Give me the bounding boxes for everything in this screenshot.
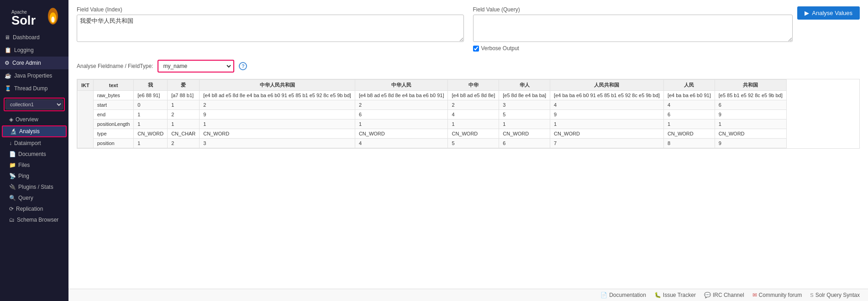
- sidebar-sub-dataimport[interactable]: ↓ Dataimport: [0, 138, 68, 149]
- label-end: end: [93, 110, 134, 119]
- help-icon[interactable]: ?: [239, 62, 247, 70]
- plugins-icon: 🔌: [9, 184, 16, 190]
- field-value-index-textarea[interactable]: 我爱中华人民共和国: [77, 15, 464, 42]
- cell-hr-raw: [e5 8d 8e e4 ba ba]: [499, 91, 550, 100]
- table-row: raw_bytes [e6 88 91] [a7 88 b1] [e4 b8 a…: [78, 91, 787, 100]
- ping-icon: 📡: [9, 173, 16, 179]
- cell-zhrmghg-end: 9: [200, 110, 355, 119]
- cell-hr-end: 5: [499, 110, 550, 119]
- cell-wo-pl: 1: [134, 119, 168, 129]
- table-row: positionLength 1 1 1 1 1 1 1 1 1: [78, 119, 787, 129]
- documentation-link[interactable]: 📄 Documentation: [600, 292, 646, 298]
- sidebar-item-core-admin[interactable]: ⚙ Core Admin: [0, 57, 68, 69]
- cell-rm-raw: [e4 ba ba e6 b0 91]: [663, 91, 715, 100]
- header-row: IKT text 我 爱 中华人民共和国 中华人民 中华 华人 人民共和国 人民…: [78, 80, 787, 91]
- table-row: position 1 2 3 4 5 6 7 8 9: [78, 139, 787, 148]
- cell-zhrmghg-pos: 3: [200, 139, 355, 148]
- sidebar-sub-ping[interactable]: 📡 Ping: [0, 171, 68, 182]
- cell-ghg-pl: 1: [715, 119, 786, 129]
- cell-ai-type: CN_CHAR: [168, 129, 200, 139]
- label-positionlength: positionLength: [93, 119, 134, 129]
- cell-zhrm-start: 2: [355, 100, 448, 110]
- cell-ai-raw: [a7 88 b1]: [168, 91, 200, 100]
- sidebar-sub-query[interactable]: 🔍 Query: [0, 192, 68, 203]
- sidebar-sub-replication[interactable]: ⟳ Replication: [0, 203, 68, 214]
- sidebar-sub-analysis[interactable]: 🔬 Analysis: [2, 125, 67, 137]
- issue-tracker-icon: 🐛: [654, 292, 661, 298]
- documents-icon: 📄: [9, 151, 16, 157]
- solr-icon: S: [810, 292, 813, 298]
- cell-ai-pl: 1: [168, 119, 200, 129]
- sidebar-sub-plugins-stats[interactable]: 🔌 Plugins / Stats: [0, 182, 68, 192]
- query-icon: 🔍: [9, 195, 16, 201]
- verbose-row: Verbose Output: [473, 45, 860, 52]
- irc-channel-link[interactable]: 💬 IRC Channel: [704, 292, 744, 298]
- cell-zhrm-raw: [e4 b8 ad e5 8d 8e e4 ba ba e6 b0 91]: [355, 91, 448, 100]
- issue-tracker-link[interactable]: 🐛 Issue Tracker: [654, 292, 696, 298]
- cell-rmghg-start: 4: [550, 100, 664, 110]
- field-value-query-box: Field Value (Query) ▶ Analyse Values Ver…: [473, 6, 860, 54]
- field-value-query-textarea[interactable]: [473, 15, 793, 42]
- collection-select-container: collection1: [0, 95, 68, 114]
- cell-hr-pl: 1: [499, 119, 550, 129]
- table-row: type CN_WORD CN_CHAR CN_WORD CN_WORD CN_…: [78, 129, 787, 139]
- cell-ai-start: 1: [168, 100, 200, 110]
- table-row: end 1 2 9 6 4 5 9 6 9: [78, 110, 787, 119]
- sidebar-item-dashboard[interactable]: 🖥 Dashboard: [0, 31, 68, 44]
- sidebar-item-logging[interactable]: 📋 Logging: [0, 44, 68, 57]
- cell-zhrmghg-start: 2: [200, 100, 355, 110]
- schema-browser-icon: 🗂: [9, 217, 15, 223]
- fieldname-select[interactable]: my_name _text_ text_general text_cn: [159, 62, 232, 71]
- analyse-values-button[interactable]: ▶ Analyse Values: [797, 6, 860, 20]
- col-gongheguo: 共和国: [715, 80, 786, 91]
- verbose-checkbox[interactable]: [473, 46, 479, 52]
- field-value-row: Field Value (Index) 我爱中华人民共和国 Field Valu…: [77, 6, 860, 54]
- analyse-icon: ▶: [805, 10, 809, 16]
- cell-rm-start: 4: [663, 100, 715, 110]
- collection-select[interactable]: collection1: [5, 99, 63, 109]
- label-start: start: [93, 100, 134, 110]
- sidebar-sub-overview[interactable]: ◈ Overview: [0, 114, 68, 125]
- cell-ghg-type: CN_WORD: [715, 129, 786, 139]
- solr-query-syntax-link[interactable]: S Solr Query Syntax: [810, 292, 860, 298]
- table-row: start 0 1 2 2 2 3 4 4 6: [78, 100, 787, 110]
- envelope-icon: ✉: [752, 292, 757, 298]
- solr-logo: Apache Solr: [9, 5, 59, 27]
- cell-zhrm-pos: 4: [355, 139, 448, 148]
- cell-hr-pos: 6: [499, 139, 550, 148]
- cell-ai-end: 2: [168, 110, 200, 119]
- cell-zh-end: 4: [448, 110, 499, 119]
- analysis-table-container[interactable]: IKT text 我 爱 中华人民共和国 中华人民 中华 华人 人民共和国 人民…: [77, 79, 860, 149]
- col-zhonghua: 中华: [448, 80, 499, 91]
- java-properties-icon: ☕: [5, 73, 11, 79]
- analysis-icon: 🔬: [10, 128, 17, 135]
- cell-ai-pos: 2: [168, 139, 200, 148]
- field-value-query-label: Field Value (Query): [473, 6, 793, 13]
- logo-area: Apache Solr: [0, 0, 68, 31]
- core-admin-icon: ⚙: [5, 60, 10, 66]
- collection-select-wrapper: collection1: [4, 98, 65, 111]
- cell-ghg-end: 9: [715, 110, 786, 119]
- logging-icon: 📋: [5, 47, 11, 53]
- sidebar-sub-documents[interactable]: 📄 Documents: [0, 149, 68, 160]
- col-renmin: 人民: [663, 80, 715, 91]
- sidebar-item-java-properties[interactable]: ☕ Java Properties: [0, 69, 68, 82]
- overview-icon: ◈: [9, 116, 13, 123]
- analyse-fieldname-label: Analyse Fieldname / FieldType:: [77, 63, 153, 69]
- sidebar-sub-files[interactable]: 📁 Files: [0, 160, 68, 171]
- sidebar-item-thread-dump[interactable]: 🧵 Thread Dump: [0, 82, 68, 95]
- footer: 📄 Documentation 🐛 Issue Tracker 💬 IRC Ch…: [68, 289, 868, 301]
- cell-zhrm-type: CN_WORD: [355, 129, 448, 139]
- col-ai: 爱: [168, 80, 200, 91]
- table-body: raw_bytes [e6 88 91] [a7 88 b1] [e4 b8 a…: [78, 91, 787, 148]
- svg-point-4: [51, 16, 54, 22]
- sidebar-sub-schema-browser[interactable]: 🗂 Schema Browser: [0, 214, 68, 225]
- thread-dump-icon: 🧵: [5, 85, 11, 92]
- cell-hr-start: 3: [499, 100, 550, 110]
- irc-icon: 💬: [704, 292, 711, 298]
- community-forum-link[interactable]: ✉ Community forum: [752, 292, 802, 298]
- analysis-table: IKT text 我 爱 中华人民共和国 中华人民 中华 华人 人民共和国 人民…: [77, 79, 787, 148]
- cell-rm-end: 6: [663, 110, 715, 119]
- svg-text:Solr: Solr: [11, 13, 36, 27]
- right-top-row: Field Value (Query) ▶ Analyse Values: [473, 6, 860, 43]
